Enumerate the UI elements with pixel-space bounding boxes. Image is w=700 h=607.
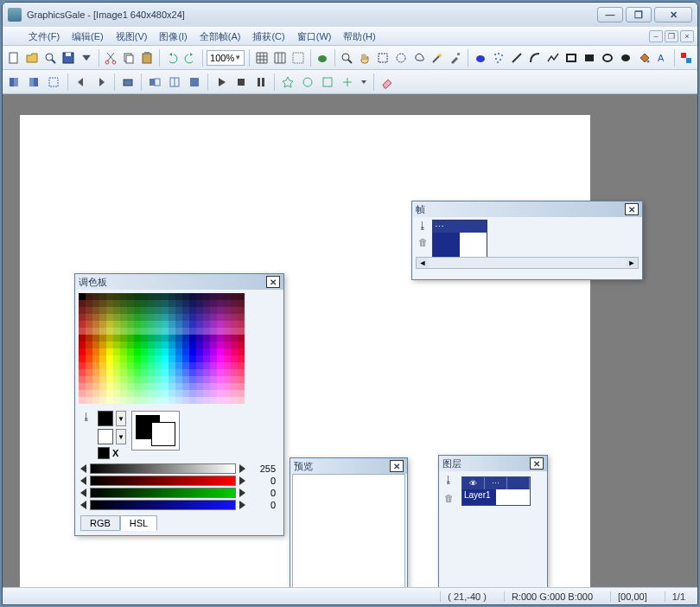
- palette-swatch[interactable]: [196, 397, 203, 404]
- palette-swatch[interactable]: [120, 307, 127, 314]
- palette-swatch[interactable]: [92, 300, 99, 307]
- palette-swatch[interactable]: [175, 314, 182, 321]
- palette-swatch[interactable]: [231, 362, 238, 369]
- palette-swatch[interactable]: [162, 328, 169, 335]
- palette-swatch[interactable]: [127, 369, 134, 376]
- polyline-button[interactable]: [545, 49, 561, 67]
- layers-title-bar[interactable]: 图层 ✕: [439, 456, 547, 471]
- frames-panel[interactable]: 帧 ✕ ⭳ 🗑 ⋯ Frame1 ◄►: [411, 201, 643, 280]
- palette-close-button[interactable]: ✕: [266, 276, 280, 288]
- palette-swatch[interactable]: [189, 376, 196, 383]
- palette-swatch[interactable]: [92, 397, 99, 404]
- palette-swatch[interactable]: [148, 348, 155, 355]
- palette-swatch[interactable]: [134, 328, 141, 335]
- palette-swatch[interactable]: [203, 397, 210, 404]
- palette-swatch[interactable]: [120, 390, 127, 397]
- palette-title-bar[interactable]: 调色板 ✕: [75, 274, 283, 290]
- palette-swatch[interactable]: [134, 335, 141, 342]
- palette-swatch[interactable]: [210, 397, 217, 404]
- redo-button[interactable]: [182, 49, 198, 67]
- palette-swatch[interactable]: [113, 383, 120, 390]
- palette-swatch[interactable]: [79, 348, 86, 355]
- palette-swatch[interactable]: [106, 355, 113, 362]
- palette-swatch[interactable]: [217, 328, 224, 335]
- palette-swatch[interactable]: [120, 362, 127, 369]
- menu-image[interactable]: 图像(I): [154, 29, 192, 45]
- palette-swatch[interactable]: [86, 369, 92, 376]
- palette-swatch[interactable]: [113, 362, 120, 369]
- palette-swatch[interactable]: [99, 355, 106, 362]
- menu-edit[interactable]: 编辑(E): [67, 29, 109, 45]
- palette-swatch[interactable]: [203, 390, 210, 397]
- palette-swatch[interactable]: [210, 293, 217, 300]
- palette-swatch[interactable]: [238, 348, 245, 355]
- palette-swatch[interactable]: [224, 321, 231, 328]
- palette-swatch[interactable]: [175, 348, 182, 355]
- ellipse-button[interactable]: [600, 49, 615, 67]
- palette-swatch[interactable]: [127, 335, 134, 342]
- onion2-button[interactable]: [26, 73, 43, 91]
- palette-swatch[interactable]: [134, 390, 141, 397]
- palette-swatch[interactable]: [217, 362, 224, 369]
- fg-dropdown[interactable]: ▼: [116, 411, 126, 426]
- palette-swatch[interactable]: [155, 390, 162, 397]
- palette-swatch[interactable]: [203, 376, 210, 383]
- palette-swatch[interactable]: [99, 300, 106, 307]
- palette-swatch[interactable]: [217, 321, 224, 328]
- layers-close-button[interactable]: ✕: [530, 457, 544, 470]
- palette-swatch[interactable]: [182, 390, 189, 397]
- anim-d-button[interactable]: [186, 73, 203, 91]
- palette-swatch[interactable]: [203, 321, 210, 328]
- palette-swatch[interactable]: [175, 369, 182, 376]
- palette-swatch[interactable]: [99, 390, 106, 397]
- cut-button[interactable]: [103, 49, 118, 67]
- palette-swatch[interactable]: [79, 314, 86, 321]
- mdi-close-button[interactable]: ×: [680, 30, 694, 42]
- palette-swatch[interactable]: [141, 362, 148, 369]
- palette-swatch[interactable]: [217, 307, 224, 314]
- palette-swatch[interactable]: [155, 342, 162, 348]
- palette-swatch[interactable]: [141, 300, 148, 307]
- palette-swatch[interactable]: [86, 342, 92, 348]
- minimize-button[interactable]: —: [597, 7, 623, 22]
- palette-swatch[interactable]: [106, 362, 113, 369]
- palette-swatch[interactable]: [99, 314, 106, 321]
- maximize-button[interactable]: ❐: [626, 7, 652, 22]
- palette-swatch[interactable]: [106, 314, 113, 321]
- palette-swatch[interactable]: [106, 369, 113, 376]
- palette-swatch[interactable]: [141, 314, 148, 321]
- palette-swatch[interactable]: [106, 390, 113, 397]
- fg-bg-selector[interactable]: [131, 411, 180, 450]
- palette-swatch[interactable]: [238, 321, 245, 328]
- palette-swatch[interactable]: [231, 383, 238, 390]
- trash-icon[interactable]: 🗑: [444, 493, 454, 503]
- menu-view[interactable]: 视图(V): [111, 29, 153, 45]
- green-slider[interactable]: 0: [75, 487, 283, 499]
- palette-swatch[interactable]: [113, 397, 120, 404]
- palette-swatch[interactable]: [141, 369, 148, 376]
- palette-swatch[interactable]: [148, 355, 155, 362]
- prev-frame-button[interactable]: [73, 73, 90, 91]
- palette-swatch[interactable]: [231, 307, 238, 314]
- palette-swatch[interactable]: [203, 383, 210, 390]
- palette-swatch[interactable]: [169, 383, 175, 390]
- palette-swatch[interactable]: [189, 335, 196, 342]
- palette-swatch[interactable]: [189, 369, 196, 376]
- palette-swatch[interactable]: [169, 348, 175, 355]
- palette-swatch[interactable]: [210, 328, 217, 335]
- layers-panel[interactable]: 图层 ✕ ⭳ 🗑 👁⋯ Layer1: [438, 455, 548, 587]
- palette-swatch[interactable]: [141, 348, 148, 355]
- palette-swatch[interactable]: [86, 321, 92, 328]
- palette-swatch[interactable]: [224, 314, 231, 321]
- tab-hsl[interactable]: HSL: [120, 515, 157, 531]
- palette-swatch[interactable]: [92, 328, 99, 335]
- palette-swatch[interactable]: [141, 390, 148, 397]
- palette-swatch[interactable]: [134, 397, 141, 404]
- palette-swatch[interactable]: [217, 293, 224, 300]
- palette-swatch[interactable]: [127, 293, 134, 300]
- palette-swatch[interactable]: [155, 397, 162, 404]
- select-rect-button[interactable]: [375, 49, 391, 67]
- palette-swatch[interactable]: [86, 293, 92, 300]
- palette-swatch[interactable]: [148, 300, 155, 307]
- palette-swatch[interactable]: [169, 390, 175, 397]
